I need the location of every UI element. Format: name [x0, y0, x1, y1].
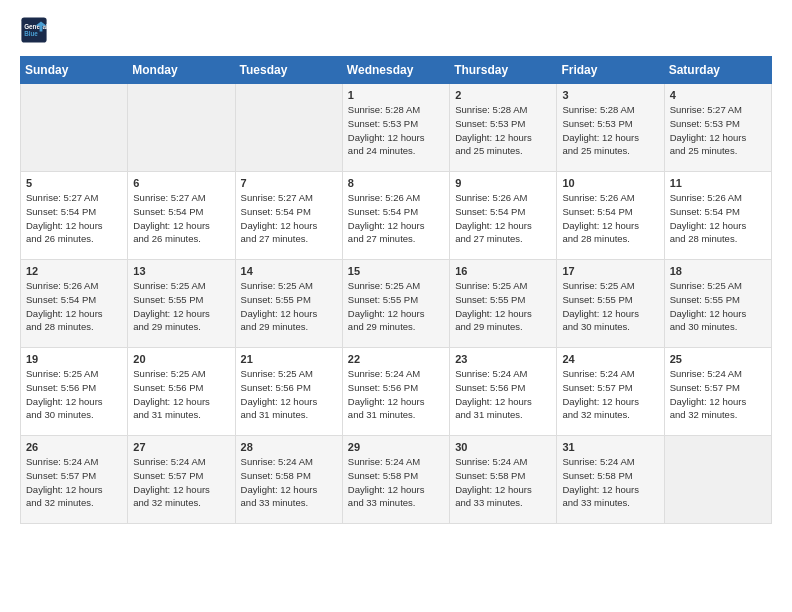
day-number: 30	[455, 441, 551, 453]
calendar-cell	[235, 84, 342, 172]
header-day-monday: Monday	[128, 57, 235, 84]
cell-info: Sunrise: 5:24 AMSunset: 5:56 PMDaylight:…	[348, 367, 444, 422]
day-number: 1	[348, 89, 444, 101]
cell-info: Sunrise: 5:28 AMSunset: 5:53 PMDaylight:…	[348, 103, 444, 158]
calendar-cell: 18Sunrise: 5:25 AMSunset: 5:55 PMDayligh…	[664, 260, 771, 348]
day-number: 25	[670, 353, 766, 365]
calendar-table: SundayMondayTuesdayWednesdayThursdayFrid…	[20, 56, 772, 524]
calendar-cell: 26Sunrise: 5:24 AMSunset: 5:57 PMDayligh…	[21, 436, 128, 524]
cell-info: Sunrise: 5:26 AMSunset: 5:54 PMDaylight:…	[455, 191, 551, 246]
cell-info: Sunrise: 5:26 AMSunset: 5:54 PMDaylight:…	[562, 191, 658, 246]
week-row-3: 12Sunrise: 5:26 AMSunset: 5:54 PMDayligh…	[21, 260, 772, 348]
cell-info: Sunrise: 5:24 AMSunset: 5:58 PMDaylight:…	[241, 455, 337, 510]
cell-info: Sunrise: 5:25 AMSunset: 5:55 PMDaylight:…	[455, 279, 551, 334]
calendar-cell: 8Sunrise: 5:26 AMSunset: 5:54 PMDaylight…	[342, 172, 449, 260]
day-number: 3	[562, 89, 658, 101]
day-number: 23	[455, 353, 551, 365]
cell-info: Sunrise: 5:24 AMSunset: 5:58 PMDaylight:…	[455, 455, 551, 510]
day-number: 9	[455, 177, 551, 189]
calendar-cell: 4Sunrise: 5:27 AMSunset: 5:53 PMDaylight…	[664, 84, 771, 172]
calendar-cell: 20Sunrise: 5:25 AMSunset: 5:56 PMDayligh…	[128, 348, 235, 436]
calendar-cell: 15Sunrise: 5:25 AMSunset: 5:55 PMDayligh…	[342, 260, 449, 348]
calendar-cell: 28Sunrise: 5:24 AMSunset: 5:58 PMDayligh…	[235, 436, 342, 524]
cell-info: Sunrise: 5:26 AMSunset: 5:54 PMDaylight:…	[348, 191, 444, 246]
calendar-cell	[128, 84, 235, 172]
header-day-friday: Friday	[557, 57, 664, 84]
day-number: 4	[670, 89, 766, 101]
calendar-cell: 16Sunrise: 5:25 AMSunset: 5:55 PMDayligh…	[450, 260, 557, 348]
day-number: 28	[241, 441, 337, 453]
cell-info: Sunrise: 5:27 AMSunset: 5:54 PMDaylight:…	[26, 191, 122, 246]
calendar-cell: 6Sunrise: 5:27 AMSunset: 5:54 PMDaylight…	[128, 172, 235, 260]
calendar-cell: 22Sunrise: 5:24 AMSunset: 5:56 PMDayligh…	[342, 348, 449, 436]
calendar-cell: 10Sunrise: 5:26 AMSunset: 5:54 PMDayligh…	[557, 172, 664, 260]
day-number: 20	[133, 353, 229, 365]
day-number: 17	[562, 265, 658, 277]
calendar-cell: 1Sunrise: 5:28 AMSunset: 5:53 PMDaylight…	[342, 84, 449, 172]
day-number: 27	[133, 441, 229, 453]
calendar-cell: 27Sunrise: 5:24 AMSunset: 5:57 PMDayligh…	[128, 436, 235, 524]
week-row-4: 19Sunrise: 5:25 AMSunset: 5:56 PMDayligh…	[21, 348, 772, 436]
cell-info: Sunrise: 5:24 AMSunset: 5:58 PMDaylight:…	[348, 455, 444, 510]
day-number: 26	[26, 441, 122, 453]
calendar-cell: 25Sunrise: 5:24 AMSunset: 5:57 PMDayligh…	[664, 348, 771, 436]
calendar-cell: 24Sunrise: 5:24 AMSunset: 5:57 PMDayligh…	[557, 348, 664, 436]
day-number: 12	[26, 265, 122, 277]
week-row-5: 26Sunrise: 5:24 AMSunset: 5:57 PMDayligh…	[21, 436, 772, 524]
svg-text:Blue: Blue	[24, 30, 38, 37]
cell-info: Sunrise: 5:24 AMSunset: 5:57 PMDaylight:…	[670, 367, 766, 422]
calendar-cell: 29Sunrise: 5:24 AMSunset: 5:58 PMDayligh…	[342, 436, 449, 524]
day-number: 8	[348, 177, 444, 189]
day-number: 10	[562, 177, 658, 189]
day-number: 21	[241, 353, 337, 365]
cell-info: Sunrise: 5:25 AMSunset: 5:56 PMDaylight:…	[241, 367, 337, 422]
header-day-sunday: Sunday	[21, 57, 128, 84]
cell-info: Sunrise: 5:27 AMSunset: 5:54 PMDaylight:…	[241, 191, 337, 246]
calendar-cell: 21Sunrise: 5:25 AMSunset: 5:56 PMDayligh…	[235, 348, 342, 436]
calendar-cell	[21, 84, 128, 172]
logo: General Blue	[20, 16, 52, 44]
cell-info: Sunrise: 5:24 AMSunset: 5:58 PMDaylight:…	[562, 455, 658, 510]
calendar-cell: 7Sunrise: 5:27 AMSunset: 5:54 PMDaylight…	[235, 172, 342, 260]
cell-info: Sunrise: 5:24 AMSunset: 5:57 PMDaylight:…	[562, 367, 658, 422]
calendar-cell: 23Sunrise: 5:24 AMSunset: 5:56 PMDayligh…	[450, 348, 557, 436]
cell-info: Sunrise: 5:25 AMSunset: 5:56 PMDaylight:…	[133, 367, 229, 422]
calendar-cell: 19Sunrise: 5:25 AMSunset: 5:56 PMDayligh…	[21, 348, 128, 436]
week-row-1: 1Sunrise: 5:28 AMSunset: 5:53 PMDaylight…	[21, 84, 772, 172]
page: General Blue SundayMondayTuesdayWednesda…	[0, 0, 792, 540]
day-number: 16	[455, 265, 551, 277]
calendar-cell: 14Sunrise: 5:25 AMSunset: 5:55 PMDayligh…	[235, 260, 342, 348]
cell-info: Sunrise: 5:25 AMSunset: 5:55 PMDaylight:…	[348, 279, 444, 334]
day-number: 15	[348, 265, 444, 277]
week-row-2: 5Sunrise: 5:27 AMSunset: 5:54 PMDaylight…	[21, 172, 772, 260]
cell-info: Sunrise: 5:24 AMSunset: 5:57 PMDaylight:…	[26, 455, 122, 510]
day-number: 14	[241, 265, 337, 277]
day-number: 24	[562, 353, 658, 365]
cell-info: Sunrise: 5:25 AMSunset: 5:55 PMDaylight:…	[133, 279, 229, 334]
cell-info: Sunrise: 5:24 AMSunset: 5:57 PMDaylight:…	[133, 455, 229, 510]
calendar-cell: 3Sunrise: 5:28 AMSunset: 5:53 PMDaylight…	[557, 84, 664, 172]
day-number: 22	[348, 353, 444, 365]
cell-info: Sunrise: 5:28 AMSunset: 5:53 PMDaylight:…	[455, 103, 551, 158]
day-number: 2	[455, 89, 551, 101]
cell-info: Sunrise: 5:27 AMSunset: 5:54 PMDaylight:…	[133, 191, 229, 246]
calendar-cell: 11Sunrise: 5:26 AMSunset: 5:54 PMDayligh…	[664, 172, 771, 260]
cell-info: Sunrise: 5:26 AMSunset: 5:54 PMDaylight:…	[26, 279, 122, 334]
calendar-cell: 30Sunrise: 5:24 AMSunset: 5:58 PMDayligh…	[450, 436, 557, 524]
calendar-cell: 9Sunrise: 5:26 AMSunset: 5:54 PMDaylight…	[450, 172, 557, 260]
logo-icon: General Blue	[20, 16, 48, 44]
header-day-wednesday: Wednesday	[342, 57, 449, 84]
calendar-cell: 17Sunrise: 5:25 AMSunset: 5:55 PMDayligh…	[557, 260, 664, 348]
calendar-cell: 2Sunrise: 5:28 AMSunset: 5:53 PMDaylight…	[450, 84, 557, 172]
header-day-tuesday: Tuesday	[235, 57, 342, 84]
cell-info: Sunrise: 5:28 AMSunset: 5:53 PMDaylight:…	[562, 103, 658, 158]
header: General Blue	[20, 16, 772, 44]
calendar-cell: 13Sunrise: 5:25 AMSunset: 5:55 PMDayligh…	[128, 260, 235, 348]
day-number: 29	[348, 441, 444, 453]
cell-info: Sunrise: 5:27 AMSunset: 5:53 PMDaylight:…	[670, 103, 766, 158]
day-number: 31	[562, 441, 658, 453]
day-number: 11	[670, 177, 766, 189]
cell-info: Sunrise: 5:25 AMSunset: 5:55 PMDaylight:…	[241, 279, 337, 334]
day-number: 13	[133, 265, 229, 277]
header-day-saturday: Saturday	[664, 57, 771, 84]
